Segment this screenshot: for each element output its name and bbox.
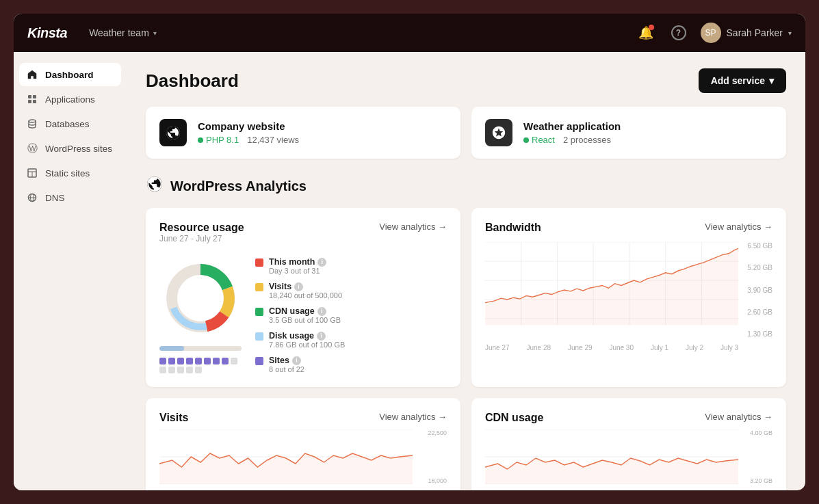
visits-title: Visits [159, 412, 188, 424]
applications-icon [26, 93, 38, 105]
info-icon-4: i [292, 356, 301, 365]
help-button[interactable]: ? [668, 22, 690, 44]
site-card-weather[interactable]: Weather application React 2 processes [471, 107, 786, 159]
usage-dot-12 [177, 367, 184, 373]
legend-item-2: CDN usage i 3.5 GB out of 100 GB [255, 306, 447, 324]
visits-y-1: 18,000 [414, 477, 447, 484]
wp-section-icon [146, 175, 164, 197]
sidebar-item-wordpress[interactable]: Ⓦ WordPress sites [19, 137, 121, 160]
usage-dot-10 [159, 367, 166, 373]
svg-rect-1 [33, 95, 36, 98]
team-chevron-icon: ▾ [153, 29, 157, 37]
usage-dot-9 [231, 358, 237, 364]
legend-list: This month i Day 3 out of 31 [255, 257, 447, 373]
sidebar-item-static-sites[interactable]: Static sites [19, 161, 121, 185]
usage-dot-13 [186, 367, 193, 373]
wp-analytics-header: WordPress Analytics [146, 175, 786, 197]
topnav-right: 🔔 ? SP Sarah Parker ▾ [635, 22, 792, 44]
usage-dot-5 [195, 358, 202, 364]
usage-dot-7 [213, 358, 220, 364]
cdn-header: CDN usage View analytics → [485, 412, 772, 424]
weather-meta-text: 2 processes [563, 135, 611, 145]
sidebar-label-wordpress: WordPress sites [45, 144, 112, 154]
legend-sub-4: 8 out of 22 [269, 365, 304, 373]
usage-dot-8 [222, 358, 229, 364]
weather-status-dot [523, 137, 529, 143]
sidebar-item-dashboard[interactable]: Dashboard [19, 63, 121, 86]
company-site-icon [159, 119, 187, 146]
team-name: Weather team [89, 27, 149, 38]
usage-dots [159, 358, 242, 373]
company-site-meta: PHP 8.1 12,437 views [198, 135, 299, 145]
usage-dot-1 [159, 358, 166, 364]
resource-usage-view-link[interactable]: View analytics → [379, 222, 447, 232]
bandwidth-x-6: July 3 [720, 344, 738, 352]
cdn-y-labels: 4.00 GB 3.20 GB [740, 429, 772, 484]
avatar: SP [701, 23, 721, 43]
resource-usage-subtitle: June 27 - July 27 [159, 234, 244, 243]
legend-sub-3: 7.86 GB out of 100 GB [269, 341, 345, 349]
usage-dot-6 [204, 358, 211, 364]
bandwidth-x-0: June 27 [485, 344, 510, 352]
notification-dot [649, 25, 654, 30]
legend-item-4: Sites i 8 out of 22 [255, 356, 447, 373]
bandwidth-y-0: 6.50 GB [740, 242, 772, 250]
main-content: Dashboard Add service ▾ Compan [127, 52, 805, 490]
visits-view-link[interactable]: View analytics → [379, 412, 447, 422]
resource-usage-content: This month i Day 3 out of 31 [159, 257, 447, 373]
user-menu[interactable]: SP Sarah Parker ▾ [701, 23, 792, 43]
bandwidth-card: Bandwidth View analytics → [471, 208, 786, 387]
home-icon [26, 68, 38, 81]
legend-color-3 [255, 332, 263, 341]
bandwidth-view-link[interactable]: View analytics → [705, 222, 772, 232]
sidebar-label-dns: DNS [45, 193, 65, 203]
content-header: Dashboard Add service ▾ [146, 68, 786, 93]
bandwidth-title: Bandwidth [485, 222, 541, 234]
site-card-company[interactable]: Company website PHP 8.1 12,437 views [146, 107, 460, 159]
company-site-info: Company website PHP 8.1 12,437 views [198, 120, 299, 145]
sidebar-item-applications[interactable]: Applications [19, 88, 121, 111]
company-status-text: PHP 8.1 [206, 135, 239, 145]
info-icon-2: i [317, 307, 326, 316]
donut-chart [159, 257, 242, 339]
sidebar-item-dns[interactable]: DNS [19, 186, 121, 209]
usage-bar-fill-1 [159, 346, 184, 351]
cdn-svg [485, 429, 738, 484]
topnav: Kinsta Weather team ▾ 🔔 ? SP Sarah Parke… [14, 14, 805, 52]
resource-usage-card: Resource usage June 27 - July 27 View an… [146, 208, 460, 387]
cdn-y-0: 4.00 GB [740, 429, 772, 436]
add-service-button[interactable]: Add service ▾ [699, 68, 786, 93]
cdn-view-link[interactable]: View analytics → [705, 412, 772, 422]
legend-title-3: Disk usage i [269, 331, 345, 341]
legend-color-4 [255, 357, 263, 365]
legend-color-2 [255, 308, 263, 316]
cdn-title: CDN usage [485, 412, 543, 424]
sidebar: Dashboard Applications [14, 52, 127, 490]
weather-site-name: Weather application [523, 120, 621, 132]
site-cards-grid: Company website PHP 8.1 12,437 views [146, 107, 786, 159]
usage-dot-3 [177, 358, 184, 364]
cdn-chart-area: 4.00 GB 3.20 GB [485, 429, 772, 484]
notifications-button[interactable]: 🔔 [635, 22, 657, 44]
wp-analytics-title: WordPress Analytics [170, 178, 307, 194]
legend-sub-1: 18,240 out of 500,000 [269, 291, 342, 300]
legend-item-1: Visits i 18,240 out of 500,000 [255, 282, 447, 300]
info-icon-0: i [317, 258, 326, 267]
company-status-dot [198, 137, 203, 143]
bandwidth-y-4: 1.30 GB [740, 330, 772, 338]
bandwidth-header: Bandwidth View analytics → [485, 222, 772, 234]
legend-text-0: This month i Day 3 out of 31 [269, 257, 326, 275]
cdn-usage-card: CDN usage View analytics → 4.00 GB [471, 398, 786, 490]
usage-bars [159, 346, 242, 351]
usage-dot-11 [168, 367, 175, 373]
company-status-badge: PHP 8.1 [198, 135, 239, 145]
visits-card: Visits View analytics → 22,500 [146, 398, 460, 490]
team-selector[interactable]: Weather team ▾ [89, 27, 157, 38]
bandwidth-x-1: June 28 [526, 344, 551, 352]
wordpress-icon: Ⓦ [26, 142, 38, 155]
bandwidth-svg [485, 242, 738, 338]
sidebar-item-databases[interactable]: Databases [19, 112, 121, 135]
bandwidth-x-4: July 1 [651, 344, 668, 352]
logo-text: Kinsta [27, 25, 67, 41]
visits-svg [159, 429, 413, 484]
